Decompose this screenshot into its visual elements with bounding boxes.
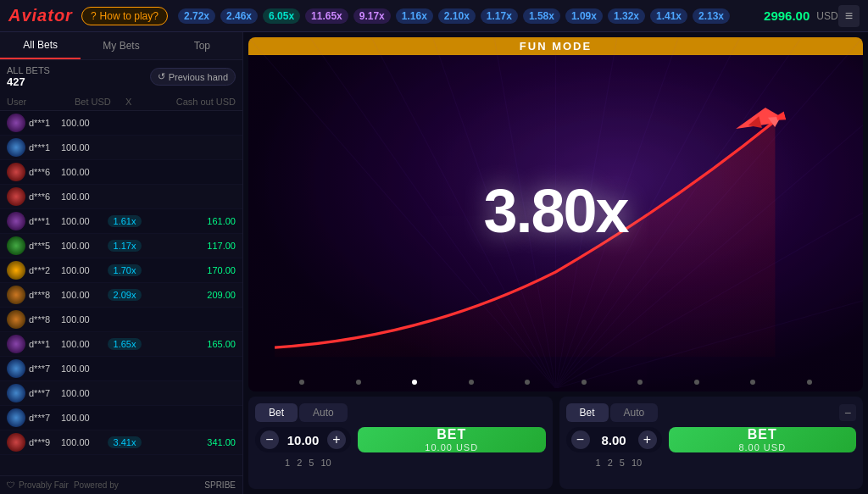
quick-amounts-1: 1 2 5 10 (255, 458, 546, 468)
quick-1-2[interactable]: 2 (297, 458, 302, 468)
quick-2-5[interactable]: 5 (620, 458, 625, 468)
bet-amount: 100.00 (61, 413, 108, 423)
previous-hand-button[interactable]: ↺ Previous hand (150, 68, 236, 86)
multiplier-badge: 1.09x (565, 8, 603, 24)
game-canvas: FUN MODE (248, 37, 863, 391)
cashout-amount: 209.00 (142, 290, 236, 300)
multiplier-badge: 9.17x (353, 8, 391, 24)
username: d***5 (29, 241, 61, 251)
carousel-dot[interactable] (637, 380, 643, 385)
carousel-dot[interactable] (525, 380, 530, 385)
carousel-dot[interactable] (299, 380, 304, 385)
quick-1-1[interactable]: 1 (285, 458, 290, 468)
avatar (7, 286, 25, 304)
carousel-dot[interactable] (356, 380, 361, 385)
username: d***1 (29, 216, 61, 226)
how-to-play-button[interactable]: ? How to play? (81, 7, 168, 25)
bet-amount: 100.00 (61, 118, 108, 128)
spribe-logo: SPRIBE (204, 480, 236, 490)
provably-fair-label: Provably Fair (19, 480, 69, 490)
decrease-amount-1[interactable]: − (260, 430, 279, 449)
tab-top[interactable]: Top (162, 32, 242, 59)
increase-amount-1[interactable]: + (327, 430, 346, 449)
carousel-dot[interactable] (469, 380, 474, 385)
tabs-row: All BetsMy BetsTop (0, 32, 242, 60)
tab-my-bets[interactable]: My Bets (81, 32, 161, 59)
balance-area: 2996.00 USD (764, 8, 838, 23)
bets-label: ALL BETS (7, 65, 50, 75)
amount-control-1: − 10.00 + (255, 427, 351, 452)
menu-button[interactable]: ≡ (838, 5, 860, 27)
bet-amount: 100.00 (61, 142, 108, 153)
bet-sub-1: 10.00 USD (425, 442, 478, 452)
quick-2-10[interactable]: 10 (632, 458, 642, 468)
tab-all-bets[interactable]: All Bets (0, 32, 81, 59)
multiplier-badge: 1.41x (650, 8, 687, 24)
col-cashout: Cash out USD (164, 97, 236, 107)
bet-tab-2-bet[interactable]: Bet (566, 403, 609, 422)
amount-control-2: − 8.00 + (566, 427, 662, 452)
quick-2-2[interactable]: 2 (608, 458, 613, 468)
bet-tab-2-auto[interactable]: Auto (610, 403, 659, 422)
username: d***7 (29, 364, 61, 374)
avatar (7, 433, 25, 452)
bet-amount: 100.00 (61, 265, 108, 275)
bets-list: d***1100.00d***1100.00d***6100.00d***610… (0, 111, 242, 475)
multiplier-value: 1.65x (108, 338, 142, 350)
bet-amount: 100.00 (61, 437, 108, 447)
close-panel-2[interactable]: − (839, 404, 856, 421)
bet-tab-1-auto[interactable]: Auto (299, 403, 348, 422)
cashout-amount: 170.00 (142, 265, 236, 275)
avatar (7, 359, 25, 378)
multiplier-badge: 2.46x (220, 8, 258, 24)
question-icon: ? (91, 10, 97, 22)
quick-1-10[interactable]: 10 (320, 458, 331, 468)
bet-panel-1-tabs: Bet Auto (255, 403, 546, 422)
bet-amount: 100.00 (61, 167, 108, 177)
bet-amount: 100.00 (61, 191, 108, 202)
dots-row (248, 380, 863, 385)
bet-amount: 100.00 (61, 339, 108, 349)
table-row: d***7100.00 (0, 406, 242, 430)
table-row: d***6100.00 (0, 185, 242, 209)
main-layout: All BetsMy BetsTop ALL BETS 427 ↺ Previo… (0, 32, 868, 494)
multiplier-badge: 1.16x (396, 8, 433, 24)
bet-tab-1-bet[interactable]: Bet (255, 403, 298, 422)
avatar (7, 212, 25, 230)
quick-1-5[interactable]: 5 (309, 458, 314, 468)
bets-title-area: ALL BETS 427 (7, 65, 50, 88)
carousel-dot[interactable] (412, 380, 417, 385)
cashout-amount: 341.00 (142, 437, 236, 447)
carousel-dot[interactable] (807, 380, 812, 385)
multiplier-badge: 2.13x (693, 8, 730, 24)
carousel-dot[interactable] (750, 380, 755, 385)
provably-fair[interactable]: 🛡 Provably Fair (7, 480, 69, 490)
table-row: d***1100.00 (0, 111, 242, 136)
refresh-icon: ↺ (158, 71, 165, 82)
quick-amounts-2: 1 2 5 10 (566, 458, 857, 468)
quick-2-1[interactable]: 1 (596, 458, 601, 468)
multiplier-value: 1.70x (108, 264, 142, 276)
increase-amount-2[interactable]: + (638, 430, 657, 449)
amount-value-1: 10.00 (284, 433, 322, 447)
multiplier-badge: 6.05x (263, 8, 300, 24)
bet-button-2[interactable]: BET 8.00 USD (669, 427, 857, 452)
avatar (7, 408, 25, 427)
bet-label-2: BET (748, 427, 777, 442)
decrease-amount-2[interactable]: − (571, 430, 590, 449)
amount-value-2: 8.00 (595, 433, 633, 447)
table-row: d***5100.001.17x117.00 (0, 234, 242, 258)
left-footer: 🛡 Provably Fair Powered by SPRIBE (0, 475, 242, 494)
bet-button-1[interactable]: BET 10.00 USD (358, 427, 546, 452)
username: d***1 (29, 339, 61, 349)
multiplier-display: 3.80x (483, 176, 627, 246)
avatar (7, 138, 25, 157)
carousel-dot[interactable] (581, 380, 587, 385)
avatar (7, 163, 25, 181)
bet-sub-2: 8.00 USD (738, 442, 786, 452)
username: d***1 (29, 142, 61, 153)
username: d***6 (29, 191, 61, 202)
carousel-dot[interactable] (694, 380, 699, 385)
avatar (7, 236, 25, 255)
table-row: d***8100.002.09x209.00 (0, 283, 242, 308)
